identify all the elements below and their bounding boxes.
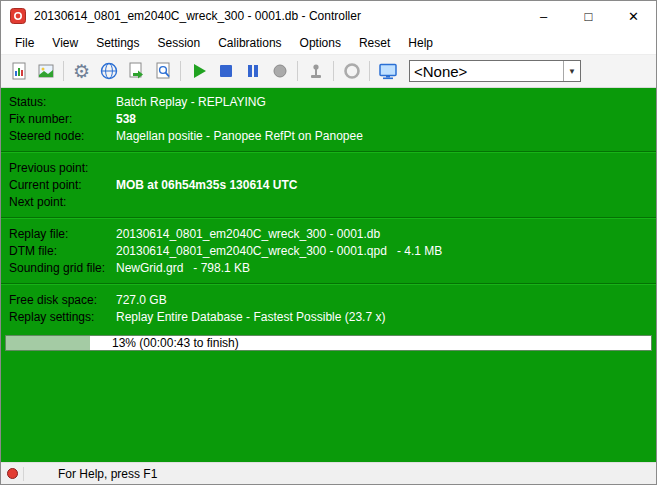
display-layout-icon	[36, 61, 56, 81]
statusbar: For Help, press F1	[1, 462, 656, 484]
previous-point-row: Previous point:	[1, 160, 656, 177]
separator	[1, 283, 656, 285]
close-button[interactable]: ✕	[611, 1, 656, 31]
separator	[1, 217, 656, 219]
settings-button[interactable]: ⚙	[68, 58, 95, 84]
menu-view[interactable]: View	[43, 32, 87, 54]
toolbar-separator	[297, 61, 298, 81]
monitor-button[interactable]	[374, 58, 401, 84]
pause-icon	[243, 61, 263, 81]
database-search-button[interactable]	[149, 58, 176, 84]
free-disk-space-row: Free disk space: 727.0 GB	[1, 292, 656, 309]
menu-file[interactable]: File	[6, 32, 43, 54]
sounding-grid-file-row: Sounding grid file: NewGrid.grd - 798.1 …	[1, 260, 656, 277]
display-layout-button[interactable]	[32, 58, 59, 84]
toolbar-separator	[333, 61, 334, 81]
settings-gear-icon: ⚙	[73, 62, 90, 81]
pause-button[interactable]	[239, 58, 266, 84]
row-value: Batch Replay - REPLAYING	[116, 95, 266, 110]
controller-window: 20130614_0801_em2040C_wreck_300 - 0001.d…	[0, 0, 657, 485]
replay-info-group: Free disk space: 727.0 GB Replay setting…	[1, 286, 656, 331]
status-panel: Status: Batch Replay - REPLAYING Fix num…	[1, 88, 656, 462]
status-row: Status: Batch Replay - REPLAYING	[1, 94, 656, 111]
row-value: 20130614_0801_em2040C_wreck_300 - 0001.q…	[116, 244, 442, 259]
separator	[1, 151, 656, 153]
record-icon	[270, 61, 290, 81]
replay-progress-bar: 13% (00:00:43 to finish)	[5, 335, 652, 351]
current-point-row: Current point: MOB at 06h54m35s 130614 U…	[1, 177, 656, 194]
row-label: Replay settings:	[9, 310, 116, 325]
progress-fill	[6, 336, 90, 350]
replay-export-icon	[126, 61, 146, 81]
toolbar-separator	[180, 61, 181, 81]
play-button[interactable]	[185, 58, 212, 84]
row-label: DTM file:	[9, 244, 116, 259]
minimize-button[interactable]: –	[521, 1, 566, 31]
chevron-down-icon[interactable]: ▼	[563, 61, 580, 81]
titlebar: 20130614_0801_em2040C_wreck_300 - 0001.d…	[1, 1, 656, 31]
navigation-globe-button[interactable]	[338, 58, 365, 84]
dtm-file-row: DTM file: 20130614_0801_em2040C_wreck_30…	[1, 243, 656, 260]
row-value: NewGrid.grd - 798.1 KB	[116, 261, 250, 276]
row-label: Next point:	[9, 195, 116, 210]
menu-options[interactable]: Options	[291, 32, 350, 54]
display-dropdown[interactable]: <None> ▼	[409, 60, 581, 82]
menu-settings[interactable]: Settings	[87, 32, 148, 54]
joystick-icon	[306, 61, 326, 81]
next-point-row: Next point:	[1, 194, 656, 211]
menu-calibrations[interactable]: Calibrations	[209, 32, 290, 54]
replay-settings-row: Replay settings: Replay Entire Database …	[1, 309, 656, 326]
row-value: 20130614_0801_em2040C_wreck_300 - 0001.d…	[116, 227, 380, 242]
row-label: Status:	[9, 95, 116, 110]
row-label: Sounding grid file:	[9, 261, 116, 276]
replay-export-button[interactable]	[122, 58, 149, 84]
fix-number-row: Fix number: 538	[1, 111, 656, 128]
record-button[interactable]	[266, 58, 293, 84]
session-report-button[interactable]	[5, 58, 32, 84]
row-label: Current point:	[9, 178, 116, 193]
monitor-icon	[378, 61, 398, 81]
statusbar-help-text: For Help, press F1	[24, 467, 157, 481]
replay-file-row: Replay file: 20130614_0801_em2040C_wreck…	[1, 226, 656, 243]
joystick-button[interactable]	[302, 58, 329, 84]
status-group: Status: Batch Replay - REPLAYING Fix num…	[1, 88, 656, 150]
display-dropdown-value: <None>	[410, 63, 563, 80]
database-search-icon	[153, 61, 173, 81]
row-value: 538	[116, 112, 136, 127]
maximize-button[interactable]: □	[566, 1, 611, 31]
row-value: Replay Entire Database - Fastest Possibl…	[116, 310, 385, 325]
status-indicator-cell	[1, 468, 23, 479]
recording-indicator-icon	[7, 468, 18, 479]
row-label: Free disk space:	[9, 293, 116, 308]
row-label: Steered node:	[9, 129, 116, 144]
online-button[interactable]	[95, 58, 122, 84]
menu-reset[interactable]: Reset	[350, 32, 399, 54]
navigation-globe-icon	[342, 61, 362, 81]
play-icon	[189, 61, 209, 81]
files-group: Replay file: 20130614_0801_em2040C_wreck…	[1, 220, 656, 282]
row-value: Magellan positie - Panopee RefPt on Pano…	[116, 129, 363, 144]
row-value: MOB at 06h54m35s 130614 UTC	[116, 178, 297, 193]
stop-button[interactable]	[212, 58, 239, 84]
window-title: 20130614_0801_em2040C_wreck_300 - 0001.d…	[34, 9, 521, 23]
row-label: Previous point:	[9, 161, 116, 176]
stop-icon	[216, 61, 236, 81]
toolbar-separator	[63, 61, 64, 81]
row-label: Fix number:	[9, 112, 116, 127]
online-globe-icon	[99, 61, 119, 81]
progress-text: 13% (00:00:43 to finish)	[112, 337, 239, 350]
points-group: Previous point: Current point: MOB at 06…	[1, 154, 656, 216]
toolbar: ⚙	[1, 55, 656, 88]
session-report-icon	[9, 61, 29, 81]
menu-session[interactable]: Session	[149, 32, 210, 54]
menubar: File View Settings Session Calibrations …	[1, 31, 656, 55]
toolbar-separator	[369, 61, 370, 81]
row-label: Replay file:	[9, 227, 116, 242]
steered-node-row: Steered node: Magellan positie - Panopee…	[1, 128, 656, 145]
menu-help[interactable]: Help	[399, 32, 442, 54]
row-value: 727.0 GB	[116, 293, 167, 308]
app-icon	[10, 8, 26, 24]
